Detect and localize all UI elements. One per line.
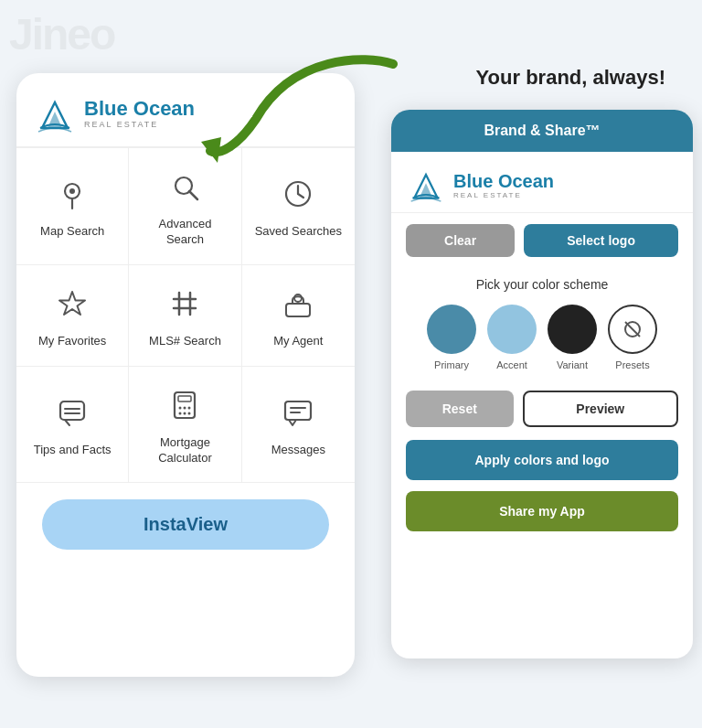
svg-point-16	[294, 294, 302, 302]
svg-rect-22	[178, 396, 191, 401]
messages-label: Messages	[271, 443, 325, 458]
tips-facts-label: Tips and Facts	[34, 443, 112, 458]
svg-point-27	[184, 412, 186, 414]
right-logo-section: Blue Ocean REAL ESTATE	[391, 152, 693, 213]
clear-select-logo-row: Clear Select logo	[391, 213, 693, 268]
reset-button[interactable]: Reset	[406, 391, 514, 427]
svg-point-24	[184, 406, 186, 409]
preview-button[interactable]: Preview	[523, 391, 678, 427]
svg-point-23	[179, 406, 182, 409]
your-brand-label: Your brand, always!	[476, 66, 665, 90]
right-logo-main: Blue Ocean	[453, 171, 554, 191]
mortgage-calc-label: Mortgage Calculator	[138, 435, 231, 466]
color-scheme-section: Pick your color scheme Primary Accent Va…	[391, 268, 693, 381]
variant-color-item[interactable]: Variant	[548, 305, 597, 370]
right-logo-sub: REAL ESTATE	[453, 191, 554, 199]
svg-point-28	[188, 412, 191, 414]
svg-line-9	[298, 194, 303, 198]
scene: Jineo Your brand, always! Blue Ocean REA…	[0, 0, 702, 728]
right-logo-text: Blue Ocean REAL ESTATE	[453, 171, 554, 199]
svg-marker-10	[59, 292, 85, 315]
select-logo-button[interactable]: Select logo	[524, 224, 678, 257]
svg-rect-17	[60, 401, 84, 420]
grid-item-messages[interactable]: Messages	[242, 367, 355, 484]
watermark: Jineo	[0, 0, 123, 69]
grid-item-my-agent[interactable]: My Agent	[242, 265, 355, 367]
my-agent-label: My Agent	[273, 334, 323, 349]
accent-label: Accent	[496, 359, 527, 370]
svg-rect-29	[285, 401, 311, 420]
grid-item-advanced-search[interactable]: Advanced Search	[129, 148, 241, 265]
my-agent-icon	[282, 287, 314, 325]
advanced-search-label: Advanced Search	[138, 217, 231, 248]
presets-color-item[interactable]: Presets	[608, 305, 657, 370]
primary-label: Primary	[434, 359, 469, 370]
left-logo-main: Blue Ocean	[84, 98, 195, 120]
mortgage-calc-icon	[168, 389, 201, 426]
map-search-icon	[56, 177, 89, 215]
grid-menu: Map Search Advanced Search Saved Searche…	[16, 147, 355, 483]
accent-color-circle[interactable]	[487, 305, 537, 354]
primary-color-item[interactable]: Primary	[427, 305, 476, 370]
grid-item-mls-search[interactable]: MLS# Search	[129, 265, 241, 367]
instaview-button[interactable]: InstaView	[42, 499, 329, 550]
grid-item-mortgage-calc[interactable]: Mortgage Calculator	[129, 367, 241, 484]
reset-preview-row: Reset Preview	[391, 381, 693, 436]
grid-item-tips-facts[interactable]: Tips and Facts	[16, 367, 129, 484]
brand-share-header: Brand & Share™	[391, 110, 693, 152]
color-scheme-title: Pick your color scheme	[406, 277, 678, 292]
svg-line-6	[189, 191, 197, 199]
svg-point-4	[69, 188, 75, 194]
presets-label: Presets	[615, 359, 649, 370]
apply-colors-button[interactable]: Apply colors and logo	[406, 440, 678, 480]
my-favorites-icon	[56, 287, 89, 325]
grid-item-map-search[interactable]: Map Search	[16, 148, 129, 265]
svg-rect-15	[286, 304, 310, 316]
svg-point-25	[188, 406, 191, 409]
phone-right: Brand & Share™ Blue Ocean REAL ESTATE Cl…	[391, 110, 693, 658]
grid-item-saved-searches[interactable]: Saved Searches	[242, 148, 355, 265]
messages-icon	[282, 396, 314, 434]
presets-color-circle[interactable]	[608, 305, 657, 354]
arrow-icon	[201, 46, 402, 165]
grid-item-my-favorites[interactable]: My Favorites	[16, 265, 129, 367]
right-blue-ocean-logo-icon	[408, 166, 444, 203]
variant-color-circle[interactable]	[548, 305, 597, 354]
color-circles: Primary Accent Variant Presets	[406, 305, 678, 370]
saved-searches-icon	[282, 177, 314, 215]
share-app-button[interactable]: Share my App	[406, 491, 678, 531]
svg-marker-0	[201, 137, 221, 163]
mls-search-icon	[168, 287, 201, 325]
my-favorites-label: My Favorites	[38, 334, 106, 349]
svg-point-26	[179, 412, 182, 414]
blue-ocean-logo-icon	[35, 93, 75, 134]
saved-searches-label: Saved Searches	[255, 224, 342, 240]
primary-color-circle[interactable]	[427, 305, 476, 354]
advanced-search-icon	[168, 170, 201, 208]
accent-color-item[interactable]: Accent	[487, 305, 537, 370]
mls-search-label: MLS# Search	[149, 334, 221, 349]
map-search-label: Map Search	[40, 224, 104, 240]
variant-label: Variant	[557, 359, 588, 370]
clear-button[interactable]: Clear	[406, 224, 515, 257]
left-logo-text: Blue Ocean REAL ESTATE	[84, 98, 195, 129]
left-logo-sub: REAL ESTATE	[84, 120, 195, 129]
tips-facts-icon	[56, 396, 89, 434]
